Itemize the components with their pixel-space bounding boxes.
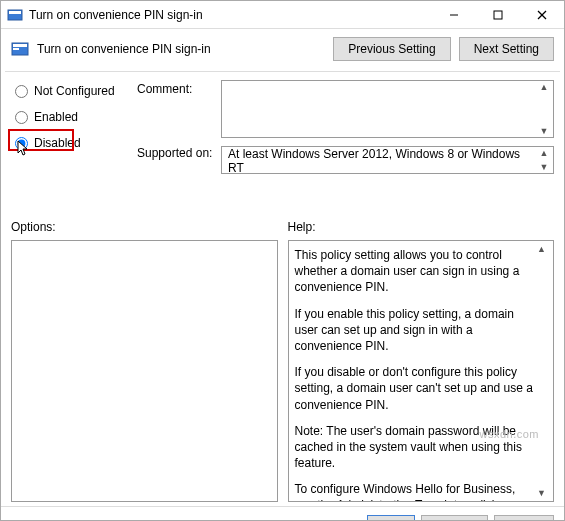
state-radios: Not Configured Enabled Disabled	[11, 80, 131, 210]
options-label: Options:	[11, 220, 278, 234]
scroll-down-icon[interactable]: ▼	[537, 163, 551, 171]
close-button[interactable]	[520, 1, 564, 29]
supported-text: At least Windows Server 2012, Windows 8 …	[228, 147, 533, 175]
supported-scroll: ▲ ▼	[537, 149, 551, 171]
maximize-button[interactable]	[476, 1, 520, 29]
scroll-up-icon[interactable]: ▲	[537, 243, 551, 255]
radio-not-configured[interactable]: Not Configured	[11, 82, 131, 100]
comment-scroll: ▲ ▼	[537, 83, 551, 135]
lower-panes: Options: Help: This policy setting allow…	[1, 214, 564, 502]
svg-rect-7	[13, 44, 27, 47]
help-p2: If you enable this policy setting, a dom…	[295, 306, 534, 355]
app-icon	[7, 7, 23, 23]
radio-input-not-configured[interactable]	[15, 85, 28, 98]
help-label: Help:	[288, 220, 555, 234]
radio-input-disabled[interactable]	[15, 137, 28, 150]
radio-label-not-configured[interactable]: Not Configured	[34, 84, 115, 98]
fields-column: ▲ ▼ At least Windows Server 2012, Window…	[221, 80, 554, 210]
policy-title: Turn on convenience PIN sign-in	[37, 42, 333, 56]
radio-label-enabled[interactable]: Enabled	[34, 110, 78, 124]
help-column: Help: This policy setting allows you to …	[288, 220, 555, 502]
supported-field: At least Windows Server 2012, Windows 8 …	[221, 146, 554, 174]
help-p5: To configure Windows Hello for Business,…	[295, 481, 534, 502]
watermark: wsxdn.com	[479, 428, 539, 440]
comment-field[interactable]: ▲ ▼	[221, 80, 554, 138]
window-controls	[432, 1, 564, 29]
help-p1: This policy setting allows you to contro…	[295, 247, 534, 296]
help-box: This policy setting allows you to contro…	[288, 240, 555, 502]
svg-rect-8	[13, 48, 19, 50]
radio-enabled[interactable]: Enabled	[11, 108, 131, 126]
supported-label: Supported on:	[137, 146, 215, 160]
header-row: Turn on convenience PIN sign-in Previous…	[1, 29, 564, 71]
next-setting-button[interactable]: Next Setting	[459, 37, 554, 61]
apply-button[interactable]: Apply	[494, 515, 554, 521]
nav-buttons: Previous Setting Next Setting	[333, 37, 554, 61]
scroll-down-icon[interactable]: ▼	[537, 127, 551, 135]
policy-icon	[11, 40, 29, 58]
help-p3: If you disable or don't configure this p…	[295, 364, 534, 413]
config-area: Not Configured Enabled Disabled Comment:…	[1, 72, 564, 214]
scroll-up-icon[interactable]: ▲	[537, 83, 551, 91]
footer: OK Cancel Apply	[1, 506, 564, 521]
cancel-button[interactable]: Cancel	[421, 515, 488, 521]
radio-label-disabled[interactable]: Disabled	[34, 136, 81, 150]
svg-rect-1	[9, 11, 21, 14]
comment-label: Comment:	[137, 82, 215, 96]
window-title: Turn on convenience PIN sign-in	[29, 8, 432, 22]
scroll-up-icon[interactable]: ▲	[537, 149, 551, 157]
minimize-button[interactable]	[432, 1, 476, 29]
title-bar: Turn on convenience PIN sign-in	[1, 1, 564, 29]
radio-disabled[interactable]: Disabled	[11, 134, 131, 152]
label-column: Comment: Supported on:	[137, 80, 215, 210]
ok-button[interactable]: OK	[367, 515, 414, 521]
help-scroll: ▲ ▼	[537, 243, 551, 499]
options-column: Options:	[11, 220, 278, 502]
options-box	[11, 240, 278, 502]
radio-input-enabled[interactable]	[15, 111, 28, 124]
svg-rect-3	[494, 11, 502, 19]
previous-setting-button[interactable]: Previous Setting	[333, 37, 450, 61]
scroll-down-icon[interactable]: ▼	[537, 487, 551, 499]
